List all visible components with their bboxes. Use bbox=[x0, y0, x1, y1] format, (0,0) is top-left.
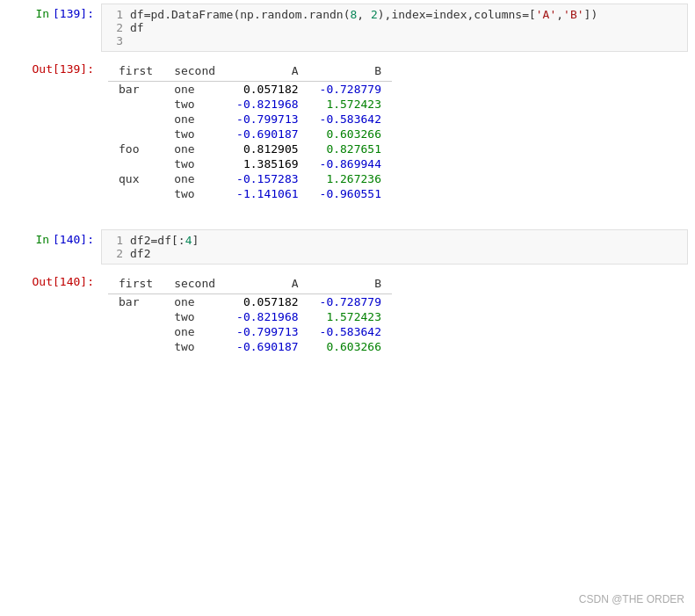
df1-b-cell: -0.960551 bbox=[309, 186, 392, 201]
df1-a-cell: -0.157283 bbox=[226, 171, 308, 186]
df1-b-cell: -0.728779 bbox=[309, 82, 392, 98]
code-line-2: 2 df bbox=[109, 21, 680, 34]
cell-code-139: 1 df=pd.DataFrame(np.random.randn(8, 2),… bbox=[101, 0, 695, 55]
df1-a-cell: -0.821968 bbox=[226, 97, 308, 112]
line-num-3: 3 bbox=[109, 34, 123, 47]
df1-second-cell: two bbox=[163, 156, 226, 171]
df2-a-cell: -0.821968 bbox=[226, 309, 308, 324]
df1-b-cell: 0.603266 bbox=[309, 127, 392, 141]
code-line-140-1: 1 df2=df[:4] bbox=[109, 234, 680, 247]
out-text-140: Out[140]: bbox=[33, 275, 94, 288]
df2-b-cell: 0.603266 bbox=[309, 339, 392, 354]
df1-a-cell: -0.690187 bbox=[226, 127, 308, 141]
df1-first-cell: bar bbox=[108, 82, 163, 98]
code-text-140-2: df2 bbox=[130, 247, 150, 260]
in-number-139: [139]: bbox=[53, 7, 94, 20]
watermark-text: CSDN @THE ORDER bbox=[579, 593, 684, 605]
code-line-140-2: 2 df2 bbox=[109, 247, 680, 260]
df1-b-cell: 0.827651 bbox=[309, 141, 392, 156]
cell-code-140: 1 df2=df[:4] 2 df2 bbox=[101, 226, 695, 268]
cell-out-140: Out[140]: first second A B barone0.05718… bbox=[0, 268, 695, 372]
df1-b-cell: 1.267236 bbox=[309, 171, 392, 186]
df2-first-cell bbox=[108, 339, 163, 354]
table-row: two-0.8219681.572423 bbox=[108, 309, 392, 324]
table-row: two-0.6901870.603266 bbox=[108, 127, 392, 141]
code-text-140-1: df2=df[:4] bbox=[130, 234, 199, 247]
cell-output-content-139: first second A B barone0.057182-0.728779… bbox=[101, 55, 695, 219]
df2-a-cell: -0.690187 bbox=[226, 339, 308, 354]
table-row: two-0.8219681.572423 bbox=[108, 97, 392, 112]
code-text-1: df=pd.DataFrame(np.random.randn(8, 2),in… bbox=[130, 8, 597, 21]
code-line-3: 3 bbox=[109, 34, 680, 47]
df1-a-cell: 0.812905 bbox=[226, 141, 308, 156]
table-row: barone0.057182-0.728779 bbox=[108, 82, 392, 98]
table-row: fooone0.8129050.827651 bbox=[108, 141, 392, 156]
df1-header-row: first second A B bbox=[108, 62, 392, 82]
table-row: two-1.141061-0.960551 bbox=[108, 186, 392, 201]
df1-b-cell: -0.583642 bbox=[309, 112, 392, 127]
table-row: two1.385169-0.869944 bbox=[108, 156, 392, 171]
df1-first-cell bbox=[108, 112, 163, 127]
df1-col-b-header: B bbox=[309, 62, 392, 82]
df2-first-cell bbox=[108, 324, 163, 339]
df1-first-header: first bbox=[108, 62, 163, 82]
table-row: barone0.057182-0.728779 bbox=[108, 294, 392, 310]
df1-first-cell bbox=[108, 127, 163, 141]
code-block-140[interactable]: 1 df2=df[:4] 2 df2 bbox=[101, 229, 688, 265]
df2-a-cell: 0.057182 bbox=[226, 294, 308, 310]
df2-first-cell: bar bbox=[108, 294, 163, 310]
df1-a-cell: -1.141061 bbox=[226, 186, 308, 201]
df1-second-cell: two bbox=[163, 186, 226, 201]
table-row: one-0.799713-0.583642 bbox=[108, 324, 392, 339]
in-number-140: [140]: bbox=[53, 233, 94, 246]
cell-out-label-140: Out[140]: bbox=[0, 268, 101, 372]
df1-first-cell bbox=[108, 156, 163, 171]
code-text-2: df bbox=[130, 21, 144, 34]
table-row: one-0.799713-0.583642 bbox=[108, 112, 392, 127]
df1-first-cell: qux bbox=[108, 171, 163, 186]
df1-second-cell: two bbox=[163, 97, 226, 112]
df1-second-cell: one bbox=[163, 82, 226, 98]
line-num-2: 2 bbox=[109, 21, 123, 34]
output-area-140: first second A B barone0.057182-0.728779… bbox=[101, 272, 688, 368]
df2-second-cell: two bbox=[163, 309, 226, 324]
df2-b-cell: 1.572423 bbox=[309, 309, 392, 324]
line-num-140-2: 2 bbox=[109, 247, 123, 260]
df2-a-cell: -0.799713 bbox=[226, 324, 308, 339]
df1-b-cell: 1.572423 bbox=[309, 97, 392, 112]
cell-in-140: In [140]: 1 df2=df[:4] 2 df2 bbox=[0, 226, 695, 268]
df1-first-cell bbox=[108, 186, 163, 201]
code-block-139[interactable]: 1 df=pd.DataFrame(np.random.randn(8, 2),… bbox=[101, 4, 688, 52]
df1-first-cell: foo bbox=[108, 141, 163, 156]
cell-output-content-140: first second A B barone0.057182-0.728779… bbox=[101, 268, 695, 372]
table-row: two-0.6901870.603266 bbox=[108, 339, 392, 354]
df1-col-a-header: A bbox=[226, 62, 308, 82]
in-keyword: In bbox=[35, 7, 49, 20]
df1-second-cell: one bbox=[163, 112, 226, 127]
cell-in-label-140: In [140]: bbox=[0, 226, 101, 268]
df1-second-header: second bbox=[163, 62, 226, 82]
df1-first-cell bbox=[108, 97, 163, 112]
cell-out-139: Out[139]: first second A B barone0.05718… bbox=[0, 55, 695, 219]
df1-a-cell: -0.799713 bbox=[226, 112, 308, 127]
out-text-139: Out[139]: bbox=[33, 62, 94, 76]
line-num-1: 1 bbox=[109, 8, 123, 21]
df2-col-a-header: A bbox=[226, 275, 308, 294]
df2-col-b-header: B bbox=[309, 275, 392, 294]
df2-b-cell: -0.583642 bbox=[309, 324, 392, 339]
cell-out-label-139: Out[139]: bbox=[0, 55, 101, 219]
df1-second-cell: one bbox=[163, 171, 226, 186]
df2-second-cell: one bbox=[163, 294, 226, 310]
df1-second-cell: one bbox=[163, 141, 226, 156]
dataframe-table-2: first second A B barone0.057182-0.728779… bbox=[108, 275, 392, 354]
df1-second-cell: two bbox=[163, 127, 226, 141]
df2-second-header: second bbox=[163, 275, 226, 294]
df1-a-cell: 1.385169 bbox=[226, 156, 308, 171]
df2-second-cell: two bbox=[163, 339, 226, 354]
output-area-139: first second A B barone0.057182-0.728779… bbox=[101, 59, 688, 215]
table-row: quxone-0.1572831.267236 bbox=[108, 171, 392, 186]
cell-in-139: In [139]: 1 df=pd.DataFrame(np.random.ra… bbox=[0, 0, 695, 55]
line-num-140-1: 1 bbox=[109, 234, 123, 247]
df1-a-cell: 0.057182 bbox=[226, 82, 308, 98]
cell-in-label-139: In [139]: bbox=[0, 0, 101, 55]
